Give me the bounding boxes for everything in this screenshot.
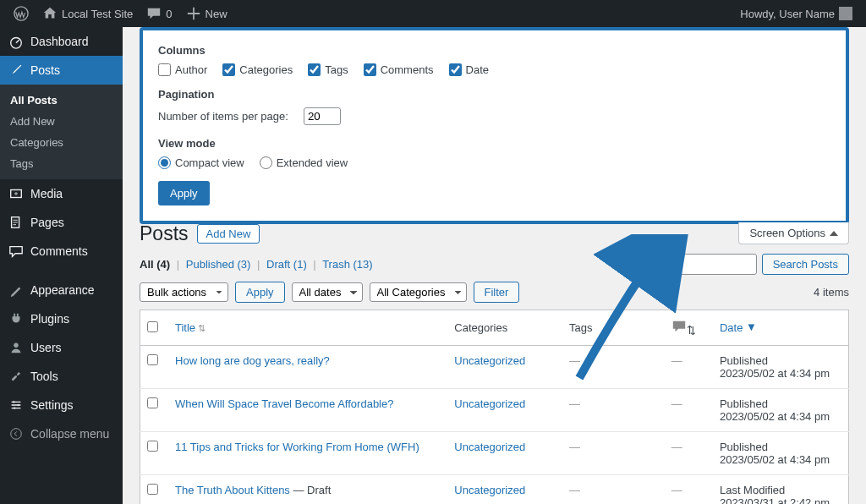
svg-point-5	[14, 343, 18, 348]
svg-point-7	[17, 404, 19, 407]
sidebar-item-plugins[interactable]: Plugins	[0, 304, 123, 333]
comments-count: 0	[166, 8, 172, 20]
pagination-info: 4 items	[814, 286, 849, 299]
screen-options-tab[interactable]: Screen Options	[738, 222, 849, 244]
sidebar-collapse[interactable]: Collapse menu	[0, 419, 123, 448]
col-categories-header: Categories	[447, 310, 562, 346]
col-toggle-tags[interactable]: Tags	[308, 63, 348, 76]
table-row: The Truth About Kittens — DraftUncategor…	[140, 475, 849, 505]
sidebar-item-posts[interactable]: Posts	[0, 56, 123, 85]
col-date-header[interactable]: Date ▼	[713, 310, 849, 346]
status-filter-links: All (4) | Published (3) | Draft (1) | Tr…	[140, 258, 373, 271]
category-link[interactable]: Uncategorized	[454, 354, 525, 367]
filter-trash[interactable]: Trash (13)	[322, 258, 373, 271]
items-per-page-input[interactable]	[304, 107, 341, 125]
post-status: Last Modified	[720, 484, 841, 496]
select-all-checkbox[interactable]	[147, 321, 158, 332]
svg-point-6	[13, 401, 15, 403]
sidebar-sub-add-new[interactable]: Add New	[0, 111, 123, 132]
sidebar-item-media[interactable]: Media	[0, 179, 123, 208]
columns-heading: Columns	[158, 44, 830, 57]
pagination-heading: Pagination	[158, 88, 830, 101]
filter-button[interactable]: Filter	[474, 282, 520, 303]
search-input[interactable]	[639, 254, 757, 275]
chevron-up-icon	[830, 231, 838, 236]
svg-point-3	[14, 192, 18, 195]
tags-value: —	[569, 354, 580, 367]
post-status: Published	[720, 441, 841, 453]
filter-draft[interactable]: Draft (1)	[266, 258, 307, 271]
dates-filter-select[interactable]: All dates	[292, 282, 363, 302]
sidebar-item-comments[interactable]: Comments	[0, 237, 123, 266]
sidebar-posts-submenu: All Posts Add New Categories Tags	[0, 85, 123, 179]
sidebar-sub-tags[interactable]: Tags	[0, 153, 123, 174]
admin-topbar: Local Test Site 0 New Howdy, User Name	[0, 0, 866, 27]
search-button[interactable]: Search Posts	[762, 254, 849, 275]
col-toggle-categories[interactable]: Categories	[222, 63, 293, 76]
view-mode-heading: View mode	[158, 137, 830, 150]
post-status: Published	[720, 397, 841, 410]
sidebar-sub-all-posts[interactable]: All Posts	[0, 90, 123, 111]
post-title-link[interactable]: How long are dog years, really?	[175, 354, 330, 367]
svg-point-9	[11, 429, 22, 440]
post-date: 2023/05/02 at 4:34 pm	[720, 410, 841, 423]
row-checkbox[interactable]	[147, 397, 158, 408]
tags-value: —	[569, 484, 580, 496]
new-link[interactable]: New	[179, 6, 234, 21]
row-checkbox[interactable]	[147, 484, 158, 495]
row-checkbox[interactable]	[147, 354, 158, 365]
filter-published[interactable]: Published (3)	[186, 258, 251, 271]
post-status: Published	[720, 354, 841, 367]
comments-value: —	[671, 441, 682, 453]
view-compact-radio[interactable]: Compact view	[158, 156, 244, 169]
category-link[interactable]: Uncategorized	[454, 397, 525, 410]
comments-link[interactable]: 0	[140, 6, 178, 21]
sidebar-item-appearance[interactable]: Appearance	[0, 276, 123, 304]
sidebar-item-tools[interactable]: Tools	[0, 362, 123, 391]
comment-icon	[671, 319, 687, 337]
category-link[interactable]: Uncategorized	[454, 484, 525, 496]
category-link[interactable]: Uncategorized	[454, 441, 525, 453]
site-link[interactable]: Local Test Site	[36, 6, 140, 21]
post-date: 2023/03/31 at 2:42 pm	[720, 496, 841, 504]
wp-logo[interactable]	[7, 6, 36, 21]
filter-all[interactable]: All (4)	[140, 258, 170, 271]
categories-filter-select[interactable]: All Categories	[370, 282, 467, 302]
items-per-page-label: Number of items per page:	[158, 110, 288, 123]
sidebar-item-users[interactable]: Users	[0, 333, 123, 362]
new-label: New	[206, 8, 227, 20]
sidebar-item-pages[interactable]: Pages	[0, 208, 123, 237]
screen-options-panel: Columns Author Categories Tags Comments …	[140, 27, 849, 224]
view-extended-radio[interactable]: Extended view	[260, 156, 348, 169]
tags-value: —	[569, 397, 580, 410]
add-new-button[interactable]: Add New	[197, 224, 260, 244]
howdy-link[interactable]: Howdy, User Name	[733, 7, 859, 20]
comments-value: —	[671, 354, 682, 367]
main-content: Columns Author Categories Tags Comments …	[123, 27, 866, 504]
sidebar-item-settings[interactable]: Settings	[0, 391, 123, 419]
post-title-link[interactable]: When Will Space Travel Become Affordable…	[175, 397, 393, 410]
table-row: When Will Space Travel Become Affordable…	[140, 389, 849, 432]
bulk-apply-button[interactable]: Apply	[235, 282, 285, 303]
col-title-header[interactable]: Title⇅	[168, 310, 447, 346]
howdy-text: Howdy, User Name	[740, 8, 835, 20]
site-name: Local Test Site	[62, 8, 133, 20]
tags-value: —	[569, 441, 580, 453]
row-checkbox[interactable]	[147, 441, 158, 452]
admin-sidebar: Dashboard Posts All Posts Add New Catego…	[0, 27, 123, 504]
post-title-link[interactable]: The Truth About Kittens	[175, 484, 290, 496]
table-row: How long are dog years, really?Uncategor…	[140, 346, 849, 389]
col-toggle-date[interactable]: Date	[449, 63, 489, 76]
post-title-link[interactable]: 11 Tips and Tricks for Working From Home…	[175, 441, 419, 453]
screen-options-apply-button[interactable]: Apply	[158, 181, 210, 205]
sidebar-item-dashboard[interactable]: Dashboard	[0, 27, 123, 56]
page-title: Posts	[140, 222, 189, 245]
posts-table: Title⇅ Categories Tags ⇅ Date ▼ How long…	[140, 310, 849, 504]
bulk-actions-select[interactable]: Bulk actions	[140, 282, 228, 302]
sidebar-sub-categories[interactable]: Categories	[0, 132, 123, 153]
col-tags-header: Tags	[562, 310, 665, 346]
comments-value: —	[671, 397, 682, 410]
col-toggle-comments[interactable]: Comments	[364, 63, 434, 76]
col-toggle-author[interactable]: Author	[158, 63, 207, 76]
col-comments-header[interactable]: ⇅	[665, 310, 713, 346]
